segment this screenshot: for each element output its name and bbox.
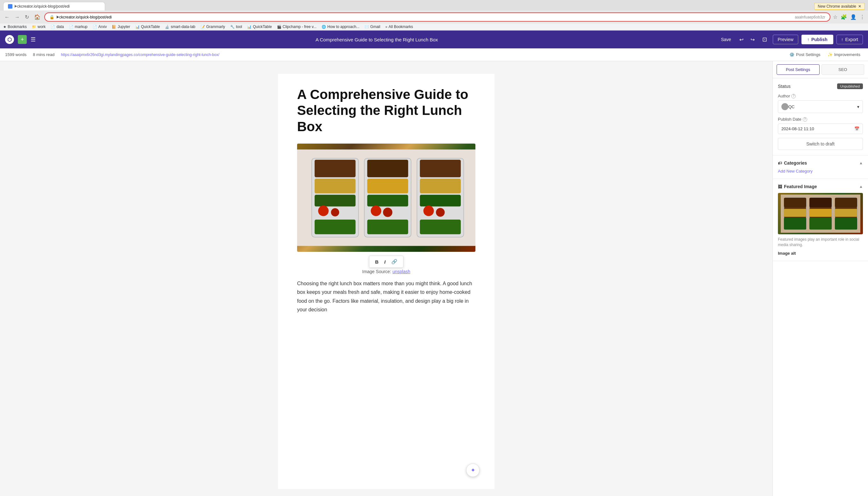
bookmark-howto[interactable]: 🌐 How to approach...: [322, 25, 359, 29]
bookmark-label: Jupyter: [118, 25, 130, 29]
categories-header[interactable]: 🏷 Categories ▲: [778, 160, 863, 166]
svg-point-5: [318, 206, 329, 216]
bookmark-clipchamp[interactable]: 🎬 Clipchamp - free v...: [277, 25, 316, 29]
date-info-icon[interactable]: ?: [803, 117, 807, 122]
post-title-heading[interactable]: A Comprehensive Guide to Selecting the R…: [297, 87, 476, 135]
post-settings-tab-label: Post Settings: [796, 52, 821, 57]
link-button[interactable]: 🔗: [389, 258, 400, 265]
publish-date-input[interactable]: 2024-08-12 11:10 📅: [778, 124, 863, 134]
doc-icon: 📄: [51, 25, 55, 29]
menu-button[interactable]: ⋮: [860, 14, 865, 20]
svg-rect-16: [420, 160, 461, 177]
bookmark-smartdata[interactable]: 🔬 smart-data-lab: [165, 25, 195, 29]
svg-rect-26: [784, 218, 806, 230]
tab-bar: ᗙckcreator.io/quick-blog/post/edi New Ch…: [0, 0, 868, 11]
forward-button[interactable]: →: [13, 14, 21, 21]
bold-button[interactable]: B: [373, 258, 381, 265]
publish-date-value: 2024-08-12 11:10: [781, 126, 814, 131]
author-name: QC: [788, 105, 795, 109]
author-info-icon[interactable]: ?: [791, 94, 796, 98]
preview-mode-button[interactable]: ⊡: [760, 35, 770, 44]
improvements-tab-button[interactable]: ✨ Improvements: [825, 51, 863, 58]
main-layout: A Comprehensive Guide to Selecting the R…: [0, 61, 868, 496]
author-select[interactable]: QC ▾: [778, 100, 863, 113]
switch-to-draft-button[interactable]: Switch to draft: [778, 138, 863, 150]
home-button[interactable]: 🏠: [33, 13, 42, 21]
categories-label: Categories: [784, 160, 807, 166]
status-badge: Unpublished: [837, 83, 863, 89]
ai-assistant-button[interactable]: ✦: [466, 464, 480, 477]
quicktable-icon: 📊: [135, 25, 140, 29]
categories-icon: 🏷: [778, 161, 782, 166]
sub-header: 1599 words 8 mins read https://aaaipmx6r…: [0, 48, 868, 61]
post-body-text[interactable]: Choosing the right lunch box matters mor…: [297, 279, 476, 314]
add-category-link[interactable]: Add New Category: [778, 169, 863, 173]
bookmark-tool[interactable]: 🔧 tool: [230, 25, 242, 29]
read-time: 8 mins read: [33, 52, 55, 57]
bookmark-gmail[interactable]: ✉️ Gmail: [365, 25, 380, 29]
bookmark-bookmarks[interactable]: ★ Bookmarks: [3, 25, 27, 29]
hamburger-menu-button[interactable]: ☰: [31, 36, 36, 43]
bookmark-jupyter[interactable]: 📔 Jupyter: [112, 25, 130, 29]
reload-button[interactable]: ↻: [24, 13, 30, 21]
bookmark-grammarly[interactable]: 📝 Grammarly: [201, 25, 225, 29]
publish-button[interactable]: ↑ Publish: [802, 35, 833, 44]
editor-area[interactable]: A Comprehensive Guide to Selecting the R…: [0, 61, 773, 496]
editor-content[interactable]: A Comprehensive Guide to Selecting the R…: [278, 74, 495, 489]
svg-rect-28: [809, 198, 832, 207]
active-tab[interactable]: ᗙckcreator.io/quick-blog/post/edi: [3, 2, 105, 11]
folder-icon: 📁: [32, 25, 36, 29]
post-url-link[interactable]: https://aaaipmx6r26nd3gi.mylandingpages.…: [61, 52, 219, 57]
featured-image-header[interactable]: 🖼 Featured Image ▲: [778, 184, 863, 189]
bookmark-label: Grammarly: [206, 25, 225, 29]
bookmark-quicktable2[interactable]: 📊 QuickTable: [247, 25, 272, 29]
bookmark-label: data: [56, 25, 64, 29]
seo-panel-tab[interactable]: SEO: [822, 64, 865, 75]
image-caption: Image Source: unsplash: [297, 269, 476, 274]
bookmark-label: All Bookmarks: [388, 25, 413, 29]
categories-section: 🏷 Categories ▲ Add New Category: [773, 155, 868, 179]
back-button[interactable]: ←: [3, 14, 11, 21]
featured-image-preview[interactable]: [778, 193, 863, 234]
bookmark-quicktable[interactable]: 📊 QuickTable: [135, 25, 160, 29]
bookmark-work[interactable]: 📁 work: [32, 25, 46, 29]
bookmark-markup[interactable]: 📄 markup: [69, 25, 88, 29]
add-content-button[interactable]: +: [18, 35, 27, 44]
logo-button[interactable]: ⬡: [5, 35, 14, 44]
publish-icon: ↑: [807, 37, 809, 42]
new-chrome-badge[interactable]: New Chrome available ✕: [814, 3, 865, 10]
redo-button[interactable]: ↪: [748, 35, 757, 44]
svg-point-12: [371, 206, 381, 216]
quicktable2-icon: 📊: [247, 25, 251, 29]
svg-rect-24: [784, 198, 806, 207]
undo-button[interactable]: ↩: [738, 35, 745, 44]
export-button[interactable]: ↑ Export: [836, 35, 863, 44]
bookmark-label: smart-data-lab: [171, 25, 195, 29]
svg-rect-21: [420, 220, 461, 234]
star-button[interactable]: ☆: [833, 14, 837, 20]
bookmark-label: work: [37, 25, 46, 29]
caption-link[interactable]: unsplash: [392, 269, 410, 274]
bookmark-label: Arxiv: [98, 25, 107, 29]
italic-button[interactable]: I: [382, 258, 388, 265]
post-image-container[interactable]: B I 🔗: [297, 143, 476, 252]
extensions-button[interactable]: 🧩: [841, 14, 847, 20]
address-bar[interactable]: 🔒 ᗙckcreator.io/quick-blog/post/edi aaal…: [44, 12, 831, 22]
preview-button[interactable]: Preview: [773, 35, 798, 44]
svg-point-20: [436, 208, 445, 217]
post-settings-panel-tab[interactable]: Post Settings: [777, 64, 820, 75]
post-image[interactable]: [297, 143, 476, 252]
profile-button[interactable]: 👤: [850, 14, 856, 20]
improvements-tab-label: Improvements: [834, 52, 861, 57]
save-button[interactable]: Save: [718, 35, 734, 44]
new-chrome-close-icon[interactable]: ✕: [858, 4, 861, 9]
arxiv-icon: 📄: [93, 25, 97, 29]
bookmark-arxiv[interactable]: 📄 Arxiv: [93, 25, 107, 29]
bookmark-allbookmarks[interactable]: » All Bookmarks: [385, 25, 413, 29]
tab-favicon: [8, 4, 12, 9]
author-text: Author: [778, 94, 790, 98]
svg-rect-9: [367, 160, 408, 177]
bookmark-data[interactable]: 📄 data: [51, 25, 64, 29]
post-settings-tab-button[interactable]: ⚙️ Post Settings: [787, 51, 823, 58]
ai-icon: ✦: [470, 467, 476, 474]
